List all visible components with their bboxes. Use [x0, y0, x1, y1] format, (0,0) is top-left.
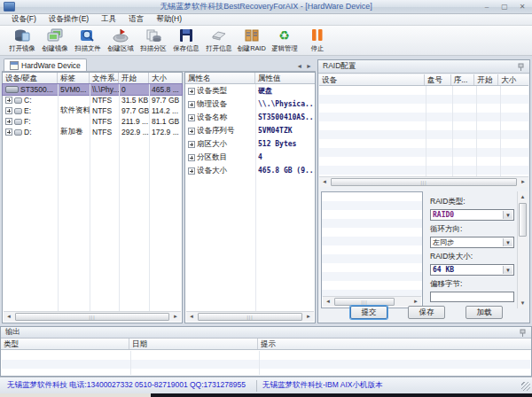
scroll-left-icon[interactable]: ◄ — [4, 312, 14, 322]
table-row[interactable]: E: 软件资料 NTFS 97.7 GB 114.2 ... — [3, 105, 182, 116]
table-row[interactable]: C: NTFS 31.5 KB 97.7 GB — [3, 95, 182, 105]
table-row[interactable]: 物理设备 \\.\Physica... — [185, 97, 315, 111]
scrollbar-thumb[interactable]: ||| — [331, 178, 517, 186]
table-row[interactable]: 设备大小 465.8 GB (9... — [185, 164, 315, 177]
column-divider — [255, 84, 256, 312]
col-fs[interactable]: 文件系... — [90, 73, 119, 83]
col-raid-serial[interactable]: 序... — [451, 74, 475, 85]
column-divider — [130, 351, 131, 375]
direction-label: 循环方向: — [430, 224, 514, 235]
toolbar-scan-files-button[interactable]: 扫描文件 — [71, 27, 104, 53]
scroll-up-icon[interactable]: ▲ — [518, 191, 528, 202]
load-button[interactable]: 加载 — [466, 306, 503, 319]
tab-scroll-left-icon[interactable]: ◄ — [296, 63, 302, 69]
table-row[interactable]: D: 新加卷 NTFS 292.9 ... 172.9 ... — [3, 127, 182, 137]
menu-help[interactable]: 帮助(H) — [150, 14, 188, 25]
chevron-down-icon[interactable]: ▼ — [503, 211, 512, 219]
scroll-right-icon[interactable]: ► — [518, 177, 528, 187]
col-size[interactable]: 大小 — [149, 73, 182, 83]
submit-button[interactable]: 提交 — [350, 306, 387, 319]
output-caption: 输出 — [1, 327, 531, 339]
menu-device-ops[interactable]: 设备操作(E) — [43, 14, 95, 25]
scrollbar-thumb[interactable]: ||| — [198, 313, 302, 321]
minimize-button[interactable]: – — [481, 2, 493, 12]
maximize-button[interactable]: ▢ — [498, 2, 511, 12]
col-raid-device[interactable]: 设备 — [319, 74, 425, 85]
scroll-left-icon[interactable]: ◄ — [186, 312, 197, 322]
save-button[interactable]: 保存 — [408, 306, 445, 319]
close-button[interactable]: ✕ — [516, 2, 528, 12]
table-row[interactable]: 设备类型 硬盘 — [185, 84, 315, 97]
col-message[interactable]: 提示 — [258, 339, 531, 349]
expand-icon[interactable] — [5, 128, 12, 136]
col-raid-disknum[interactable]: 盘号 — [425, 74, 451, 85]
raid-member-list[interactable]: ◄ ||| ► — [321, 191, 423, 308]
horizontal-scrollbar[interactable]: ◄ ||| ► — [186, 311, 314, 322]
expand-icon[interactable] — [188, 154, 195, 161]
resize-grip-icon[interactable] — [521, 382, 530, 391]
col-raid-start[interactable]: 开始 — [474, 74, 498, 85]
scrollbar-thumb[interactable] — [519, 203, 527, 237]
toolbar-open-image-button[interactable]: 打开镜像 — [5, 27, 38, 53]
horizontal-scrollbar[interactable]: ◄ ||| ► — [319, 176, 528, 187]
col-start[interactable]: 开始 — [119, 73, 149, 83]
pin-icon[interactable] — [517, 63, 525, 71]
raid-config-panel: RAID配置 设备 盘号 序... 开始 大小 ◄ ||| ► ◄ ||| — [317, 59, 530, 323]
toolbar-stop-button[interactable]: 停止 — [301, 27, 333, 53]
chevron-down-icon[interactable]: ▼ — [503, 238, 512, 246]
menu-language[interactable]: 语言 — [122, 14, 150, 25]
scroll-down-icon[interactable]: ▼ — [518, 298, 528, 308]
raid-type-select[interactable]: RAID0 ▼ — [430, 209, 514, 221]
expand-icon[interactable] — [5, 97, 12, 104]
toolbar-create-region-button[interactable]: 创建区域 — [104, 27, 137, 53]
expand-icon[interactable] — [5, 118, 12, 125]
toolbar-create-raid-button[interactable]: 创建RAID — [235, 27, 268, 53]
pin-icon[interactable] — [519, 329, 527, 337]
scroll-left-icon[interactable]: ◄ — [323, 297, 333, 307]
table-row[interactable]: 扇区大小 512 Bytes — [185, 137, 315, 151]
col-date[interactable]: 日期 — [129, 339, 258, 349]
expand-icon[interactable] — [188, 167, 195, 175]
toolbar-create-image-button[interactable]: 创建镜像 — [38, 27, 71, 53]
col-label[interactable]: 标签 — [58, 73, 90, 83]
scrollbar-thumb[interactable]: ||| — [334, 298, 395, 306]
horizontal-scrollbar[interactable]: ◄ ||| ► — [4, 311, 181, 322]
vertical-scrollbar[interactable]: ▲ ▼ — [517, 191, 528, 308]
tab-hardware-device[interactable]: HardWare Device — [4, 58, 87, 71]
column-divider — [476, 86, 477, 176]
scroll-right-icon[interactable]: ► — [303, 312, 314, 322]
chevron-down-icon[interactable]: ▼ — [503, 266, 512, 274]
menu-tools[interactable]: 工具 — [95, 14, 122, 25]
table-row[interactable]: 分区数目 4 — [185, 151, 315, 164]
direction-select[interactable]: 左同步 ▼ — [430, 237, 514, 248]
expand-icon[interactable] — [188, 141, 195, 148]
tab-scroll-right-icon[interactable]: ► — [306, 63, 312, 69]
toolbar-logic-manage-button[interactable]: ♻ 逻辑管理 — [268, 27, 301, 53]
table-row[interactable]: F: NTFS 211.9 ... 81.1 GB — [3, 116, 182, 127]
menu-device[interactable]: 设备(F) — [5, 14, 43, 25]
col-prop-name[interactable]: 属性名 — [185, 73, 255, 83]
scroll-right-icon[interactable]: ► — [170, 312, 181, 322]
table-row[interactable]: 设备名称 ST3500410AS... — [185, 111, 315, 124]
table-row[interactable]: 设备序列号 5VM04TZK — [185, 124, 315, 137]
col-prop-value[interactable]: 属性值 — [255, 73, 315, 83]
offset-input[interactable] — [430, 292, 514, 302]
expand-icon[interactable] — [188, 128, 195, 135]
expand-icon[interactable] — [188, 101, 195, 108]
table-row[interactable]: ST3500... 5VM0... \\.\Phy... 0 465.8 ... — [3, 84, 182, 95]
toolbar-scan-partition-button[interactable]: 扫描分区 — [137, 27, 169, 53]
expand-icon[interactable] — [188, 88, 195, 95]
col-type[interactable]: 类型 — [1, 339, 129, 349]
scrollbar-thumb[interactable]: ||| — [15, 313, 169, 321]
expand-icon[interactable] — [5, 107, 12, 114]
expand-icon[interactable] — [188, 114, 195, 121]
toolbar-save-info-button[interactable]: 保存信息 — [169, 27, 202, 53]
block-size-select[interactable]: 64 KB ▼ — [430, 264, 514, 276]
toolbar-open-info-button[interactable]: 打开信息 — [202, 27, 235, 53]
status-contact: 无锡蓝梦软件科技 电话:13400027332 0510-82719001 QQ… — [7, 380, 246, 391]
col-device[interactable]: 设备/硬盘 — [3, 73, 58, 83]
col-raid-size[interactable]: 大小 — [498, 74, 528, 85]
scroll-left-icon[interactable]: ◄ — [319, 177, 330, 187]
stop-icon — [309, 27, 326, 43]
device-table-panel: 设备/硬盘 标签 文件系... 开始 大小 ST3500... 5VM0... … — [2, 72, 183, 323]
